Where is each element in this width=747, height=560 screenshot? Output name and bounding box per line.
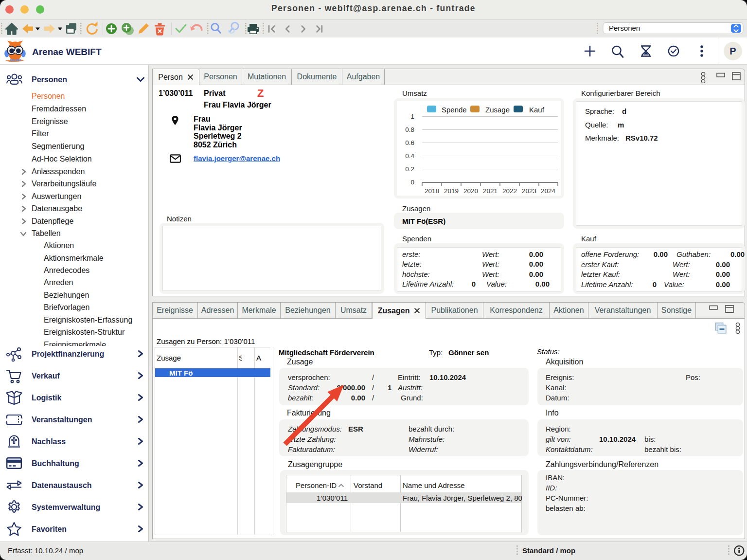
svg-text:0.6: 0.6: [405, 139, 414, 146]
svg-text:2022: 2022: [502, 187, 517, 195]
svg-text:0.2: 0.2: [405, 165, 414, 173]
svg-text:2021: 2021: [483, 187, 498, 195]
svg-text:0.8: 0.8: [405, 126, 414, 133]
svg-text:1: 1: [410, 113, 414, 120]
svg-text:2020: 2020: [463, 187, 478, 195]
svg-text:0: 0: [410, 179, 414, 186]
svg-text:Kauf: Kauf: [529, 106, 545, 114]
svg-text:Personen: Personen: [609, 24, 640, 32]
svg-text:2023: 2023: [522, 187, 536, 195]
svg-text:2018: 2018: [425, 187, 439, 195]
svg-text:Spende: Spende: [442, 106, 467, 114]
svg-text:0.4: 0.4: [405, 152, 414, 160]
svg-text:Zusage: Zusage: [485, 106, 510, 114]
svg-text:2024: 2024: [541, 187, 556, 195]
svg-text:2019: 2019: [444, 187, 459, 195]
